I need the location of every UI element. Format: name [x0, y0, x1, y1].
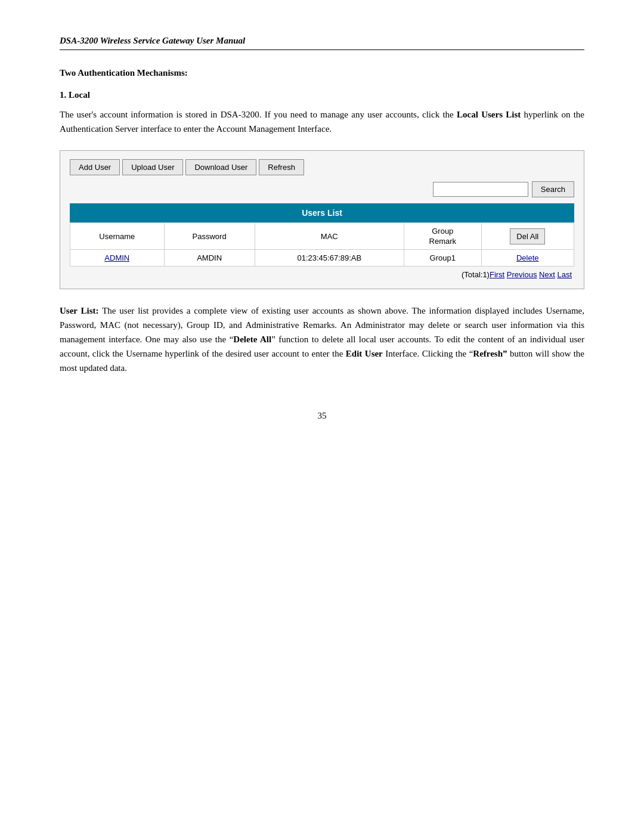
cell-mac-text: 01:23:45:67:89:AB [297, 253, 361, 262]
local-heading: 1. Local [60, 90, 584, 100]
search-input[interactable] [433, 182, 528, 197]
col-group-remark: Group Remark [404, 223, 481, 250]
two-auth-heading: Two Authentication Mechanisms: [60, 68, 584, 78]
page-number: 35 [60, 411, 584, 421]
user-list-bold: User List: [60, 306, 99, 315]
pagination-total: (Total:1) [462, 270, 490, 279]
col-password: Password [164, 223, 255, 250]
col-group-label: Group [432, 227, 453, 236]
cell-delete: Delete [481, 250, 574, 267]
pagination-row: (Total:1)First Previous Next Last [70, 267, 574, 280]
pagination-next[interactable]: Next [539, 270, 555, 279]
delete-link[interactable]: Delete [516, 253, 539, 262]
refresh-button[interactable]: Refresh [259, 159, 304, 175]
add-user-button[interactable]: Add User [70, 159, 120, 175]
toolbar-row: Add User Upload User Download User Refre… [70, 159, 574, 175]
col-mac: MAC [255, 223, 404, 250]
cell-password: AMDIN [164, 250, 255, 267]
users-table: Username Password MAC Group Remark Del A… [70, 222, 574, 267]
users-list-header: Users List [70, 203, 574, 222]
cell-username: ADMIN [70, 250, 165, 267]
col-del-all: Del All [481, 223, 574, 250]
del-all-button[interactable]: Del All [510, 228, 545, 244]
paragraph-1: The user's account information is stored… [60, 107, 584, 136]
paragraph-1-text: The user's account information is stored… [60, 110, 457, 119]
refresh-bold: Refresh” [473, 349, 507, 358]
admin-link[interactable]: ADMIN [104, 253, 129, 262]
document-title: DSA-3200 Wireless Service Gateway User M… [60, 36, 245, 46]
pagination-previous[interactable]: Previous [507, 270, 537, 279]
edit-user-bold: Edit User [346, 349, 383, 358]
interface-box: Add User Upload User Download User Refre… [60, 150, 584, 289]
download-user-button[interactable]: Download User [185, 159, 256, 175]
local-users-list-bold: Local Users List [457, 110, 521, 119]
col-username: Username [70, 223, 165, 250]
page-header: DSA-3200 Wireless Service Gateway User M… [60, 36, 584, 50]
pagination-first[interactable]: First [490, 270, 504, 279]
table-row: ADMIN AMDIN 01:23:45:67:89:AB Group1 Del… [70, 250, 574, 267]
upload-user-button[interactable]: Upload User [122, 159, 183, 175]
cell-mac: 01:23:45:67:89:AB [255, 250, 404, 267]
pagination-last[interactable]: Last [557, 270, 572, 279]
paragraph-2: User List: The user list provides a comp… [60, 304, 584, 375]
cell-group: Group1 [404, 250, 481, 267]
cell-password-text: AMDIN [197, 253, 222, 262]
col-remark-label: Remark [429, 237, 457, 246]
cell-group-text: Group1 [430, 253, 456, 262]
search-button[interactable]: Search [532, 181, 574, 197]
delete-all-bold: Delete All [233, 335, 271, 344]
paragraph-2-rest2: Interface. Clicking the “ [383, 349, 473, 358]
search-row: Search [70, 181, 574, 197]
